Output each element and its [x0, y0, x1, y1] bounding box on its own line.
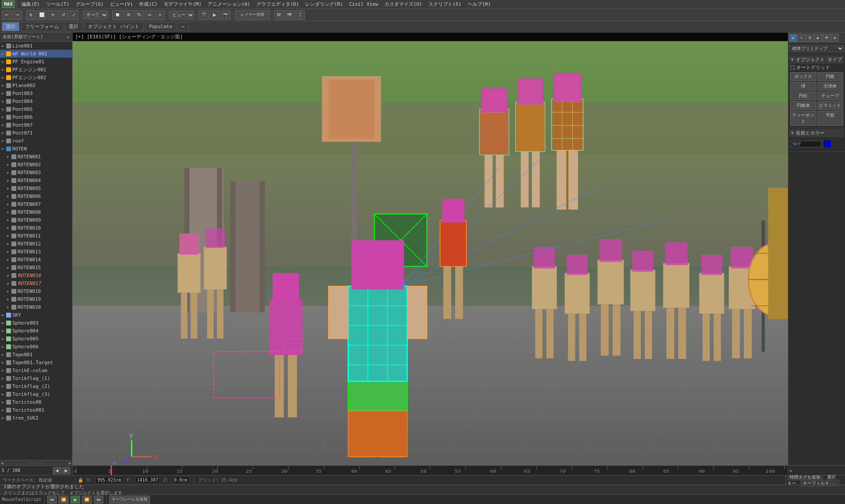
- expand-arrow[interactable]: ▶: [2, 345, 6, 349]
- create-tab[interactable]: +: [789, 34, 797, 42]
- cone-btn[interactable]: 円錐: [817, 72, 844, 81]
- expand-arrow[interactable]: ▶: [2, 84, 6, 88]
- scene-item[interactable]: ▶Sphere004: [0, 327, 72, 335]
- menu-animation[interactable]: アニメーション(A): [205, 0, 253, 8]
- map-browser-button[interactable]: 🗺: [285, 10, 294, 20]
- scene-item[interactable]: ▶SKY: [0, 311, 72, 319]
- menu-customize[interactable]: カスタマイズ(U): [382, 0, 425, 8]
- align-button[interactable]: ≡: [155, 10, 165, 20]
- select-mode-btn[interactable]: 選択: [2, 22, 19, 31]
- expand-arrow[interactable]: ▶: [7, 305, 11, 309]
- angle-snap-button[interactable]: ⚙: [124, 10, 133, 20]
- scene-item[interactable]: ▶Pont006: [0, 113, 72, 121]
- expand-arrow[interactable]: ▶: [2, 400, 6, 404]
- expand-arrow[interactable]: ▶: [7, 250, 11, 254]
- scene-item[interactable]: ▶Tape001.Target: [0, 358, 72, 366]
- undo-button[interactable]: ↩: [2, 10, 11, 20]
- expand-arrow[interactable]: ▶: [7, 274, 11, 278]
- move-button[interactable]: ✛: [48, 10, 58, 20]
- geosphere-btn[interactable]: 天球体: [817, 82, 844, 91]
- expand-arrow[interactable]: ▶: [2, 131, 6, 135]
- display-tab[interactable]: 👁: [823, 34, 830, 42]
- expand-arrow[interactable]: ▶: [2, 107, 6, 111]
- redo-button[interactable]: ↪: [12, 10, 22, 20]
- filter-dropdown[interactable]: すべて: [83, 11, 108, 19]
- scene-item[interactable]: ▶Torikflag_(2): [0, 382, 72, 390]
- utilities-tab[interactable]: ⚙: [831, 34, 839, 42]
- menu-edit[interactable]: 編集(E): [19, 0, 43, 8]
- scene-item[interactable]: ▶Tape001: [0, 351, 72, 358]
- scene-item[interactable]: ▶roof: [0, 137, 72, 145]
- mirror-button[interactable]: ⇔: [145, 10, 154, 20]
- go-start-btn[interactable]: ⏮: [47, 496, 57, 504]
- scene-item[interactable]: ▶Pont003: [0, 89, 72, 97]
- pyramid-btn[interactable]: ピラミッド: [817, 101, 844, 110]
- menu-help[interactable]: ヘルプ(H): [465, 0, 494, 8]
- scene-item[interactable]: ▶ROTEN006: [0, 192, 72, 200]
- autogrid-cb[interactable]: [790, 65, 795, 70]
- scene-item[interactable]: ▶ROTEN007: [0, 200, 72, 208]
- teapot-btn[interactable]: ティーポット: [790, 111, 816, 126]
- expand-arrow[interactable]: ▶: [7, 289, 11, 293]
- expand-arrow[interactable]: ▶: [7, 186, 11, 190]
- rotate-button[interactable]: ↺: [59, 10, 68, 20]
- y-value[interactable]: 1410.307: [135, 477, 160, 483]
- scene-item[interactable]: ▶Pont004: [0, 97, 72, 105]
- select-object-button[interactable]: 🖱: [26, 10, 36, 20]
- scene-item[interactable]: ▶Pont071: [0, 129, 72, 137]
- expand-arrow[interactable]: ▶: [7, 258, 11, 262]
- z-value[interactable]: 0.0cm: [172, 477, 189, 483]
- menu-group[interactable]: グループ(G): [73, 0, 106, 8]
- expand-arrow[interactable]: ▶: [7, 171, 11, 175]
- expand-arrow[interactable]: ▶: [2, 353, 6, 357]
- expand-arrow[interactable]: ▶: [7, 297, 11, 301]
- scene-item[interactable]: ▶ROTEN004: [0, 176, 72, 184]
- view-dropdown[interactable]: ビュー: [169, 11, 194, 19]
- expand-arrow[interactable]: ▶: [7, 281, 11, 285]
- expand-arrow[interactable]: ▶: [2, 392, 6, 396]
- scene-item[interactable]: ▶PFエンジン002: [0, 73, 72, 81]
- render-frame-button[interactable]: 📷: [220, 10, 231, 20]
- menu-create[interactable]: 作成(C): [136, 0, 160, 8]
- scale-button[interactable]: ⤢: [69, 10, 79, 20]
- hierarchy-tab[interactable]: H: [806, 34, 814, 42]
- cylinder-btn[interactable]: 円柱: [790, 91, 816, 100]
- expand-arrow[interactable]: ▶: [2, 384, 6, 388]
- scene-item[interactable]: ▶ROTEN020: [0, 303, 72, 311]
- expand-arrow[interactable]: ▶: [7, 155, 11, 159]
- scene-item[interactable]: ▶ROTEN001: [0, 153, 72, 161]
- scene-item[interactable]: ▶tree_SUGI: [0, 414, 72, 422]
- expand-arrow[interactable]: ▶: [2, 115, 6, 119]
- back-btn[interactable]: ←: [178, 22, 189, 31]
- prev-key-btn[interactable]: ◀: [53, 467, 61, 474]
- play-btn[interactable]: ▶: [70, 496, 80, 504]
- scene-item[interactable]: ▶PFエンジン001: [0, 66, 72, 73]
- scene-item[interactable]: ▶ROTEN011: [0, 232, 72, 240]
- render-button[interactable]: ▶: [210, 10, 219, 20]
- populate-mode-btn[interactable]: Populate: [145, 22, 176, 31]
- scene-item[interactable]: ▶Pont007: [0, 121, 72, 129]
- scene-item[interactable]: ▶Pont005: [0, 105, 72, 113]
- curve-editor-button[interactable]: ⤴: [295, 10, 305, 20]
- go-end-btn[interactable]: ⏭: [94, 496, 103, 504]
- motion-tab[interactable]: ▶: [814, 34, 822, 42]
- expand-arrow[interactable]: ▶: [2, 139, 6, 143]
- select-region-button[interactable]: ⬜: [37, 10, 47, 20]
- expand-arrow[interactable]: ▶: [7, 202, 11, 206]
- scene-item[interactable]: ▶ROTEN014: [0, 256, 72, 263]
- scene-item[interactable]: ▶Plane002: [0, 81, 72, 89]
- menu-tools[interactable]: ツール(T): [44, 0, 72, 8]
- menu-view[interactable]: ビュー(V): [107, 0, 136, 8]
- torus-btn[interactable]: 円錐体: [790, 101, 816, 110]
- expand-arrow[interactable]: ▶: [2, 91, 6, 95]
- scene-item[interactable]: ▶ROTEN015: [0, 263, 72, 271]
- expand-arrow[interactable]: ▶: [2, 123, 6, 127]
- expand-arrow[interactable]: ▶: [2, 99, 6, 103]
- scene-item[interactable]: ▶Torikflag_(3): [0, 390, 72, 398]
- expand-arrow[interactable]: ▶: [2, 337, 6, 341]
- expand-arrow[interactable]: ▶: [2, 44, 6, 48]
- expand-arrow[interactable]: ▶: [2, 329, 6, 333]
- selection-mode-btn[interactable]: 選択: [65, 22, 82, 31]
- scene-item[interactable]: ▶Sphere005: [0, 335, 72, 343]
- autogrid-checkbox[interactable]: オートグリッド: [789, 64, 844, 71]
